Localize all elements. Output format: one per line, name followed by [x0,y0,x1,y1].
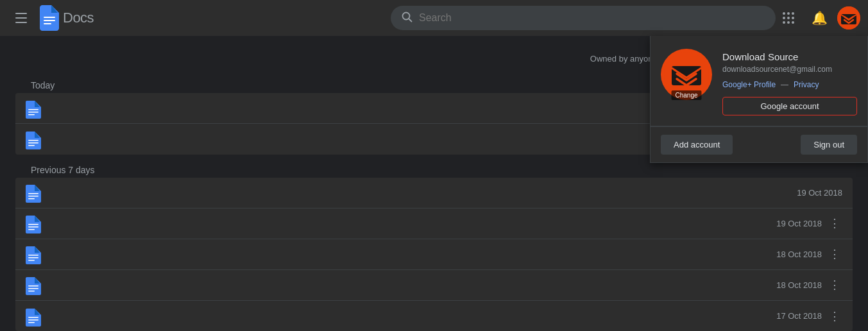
svg-rect-33 [672,66,701,85]
user-avatar-icon [837,6,860,30]
svg-rect-31 [28,322,35,323]
docs-file-icon [26,246,41,262]
dropdown-user-name: Download Source [722,51,857,62]
svg-rect-13 [28,114,35,115]
dropdown-footer: Add account Sign out [651,126,867,162]
hamburger-icon [13,10,28,26]
file-date: 18 Oct 2018 [745,250,822,259]
add-account-button[interactable]: Add account [661,135,733,155]
more-options-button[interactable]: ⋮ [827,246,842,262]
svg-rect-29 [28,317,38,318]
search-bar[interactable] [391,6,776,30]
previous7-file-list: 19 Oct 2018 19 Oct 2018 ⋮ [15,178,853,331]
svg-rect-1 [44,20,55,21]
svg-rect-18 [28,196,38,197]
google-account-button[interactable]: Google account [722,97,857,115]
dropdown-user-email: downloadsourcenet@gmail.com [722,65,857,74]
link-divider: — [781,80,788,89]
docs-file-icon [26,101,41,116]
google-plus-link[interactable]: Google+ Profile [722,80,776,89]
svg-rect-26 [28,285,38,287]
notifications-button[interactable]: 🔔 [806,5,832,31]
docs-file-icon [26,185,41,200]
svg-rect-2 [44,23,51,24]
svg-rect-24 [28,257,38,259]
svg-rect-0 [44,17,55,18]
dropdown-links: Google+ Profile — Privacy [722,80,857,89]
docs-logo-icon [40,5,59,31]
topbar-right: 🔔 [776,5,860,31]
svg-rect-28 [28,291,35,292]
file-date: 17 Oct 2018 [745,311,822,321]
dropdown-user-info: Download Source downloadsourcenet@gmail.… [722,49,857,115]
user-avatar-button[interactable] [837,6,860,30]
docs-file-icon [26,132,41,147]
svg-rect-19 [28,198,35,199]
docs-logo[interactable]: Docs [40,5,94,31]
more-options-button[interactable]: ⋮ [827,277,842,293]
table-row[interactable]: 19 Oct 2018 ⋮ [15,208,853,239]
svg-rect-17 [28,193,38,194]
svg-rect-21 [28,226,38,228]
topbar-left: Docs [8,5,391,31]
table-row[interactable]: 18 Oct 2018 ⋮ [15,239,853,270]
sign-out-button[interactable]: Sign out [801,135,857,155]
svg-rect-25 [28,260,35,261]
search-icon [401,11,413,25]
svg-rect-20 [28,224,38,225]
topbar: Docs 🔔 [0,0,868,36]
svg-line-4 [409,19,412,22]
svg-rect-22 [28,229,35,230]
docs-file-icon [26,309,41,324]
table-row[interactable]: 17 Oct 2018 ⋮ [15,301,853,331]
dropdown-header: Change Download Source downloadsourcenet… [651,36,867,126]
owned-by-label: Owned by anyone [590,54,658,64]
more-options-button[interactable]: ⋮ [827,309,842,324]
big-avatar-wrap: Change [661,49,712,100]
svg-rect-15 [28,142,38,144]
docs-title: Docs [63,10,94,26]
svg-rect-12 [28,112,38,113]
bell-icon: 🔔 [812,10,828,26]
docs-file-icon [26,216,41,231]
file-date: 19 Oct 2018 [765,188,842,198]
svg-rect-11 [28,109,38,110]
svg-rect-16 [28,145,35,146]
svg-point-3 [403,13,410,20]
svg-rect-14 [28,140,38,141]
table-row[interactable]: 19 Oct 2018 [15,178,853,208]
account-dropdown: Change Download Source downloadsourcenet… [650,36,868,163]
svg-rect-27 [28,288,38,289]
file-date: 19 Oct 2018 [745,219,822,228]
apps-button[interactable] [776,5,801,31]
more-options-button[interactable]: ⋮ [827,216,842,231]
table-row[interactable]: 18 Oct 2018 ⋮ [15,270,853,301]
change-label[interactable]: Change [671,90,701,100]
waffle-icon [783,12,794,24]
privacy-link[interactable]: Privacy [794,80,819,89]
svg-rect-23 [28,255,38,256]
svg-rect-30 [28,319,38,321]
search-input[interactable] [419,12,765,24]
hamburger-button[interactable] [8,5,33,31]
file-date: 18 Oct 2018 [745,280,822,290]
docs-file-icon [26,277,41,293]
